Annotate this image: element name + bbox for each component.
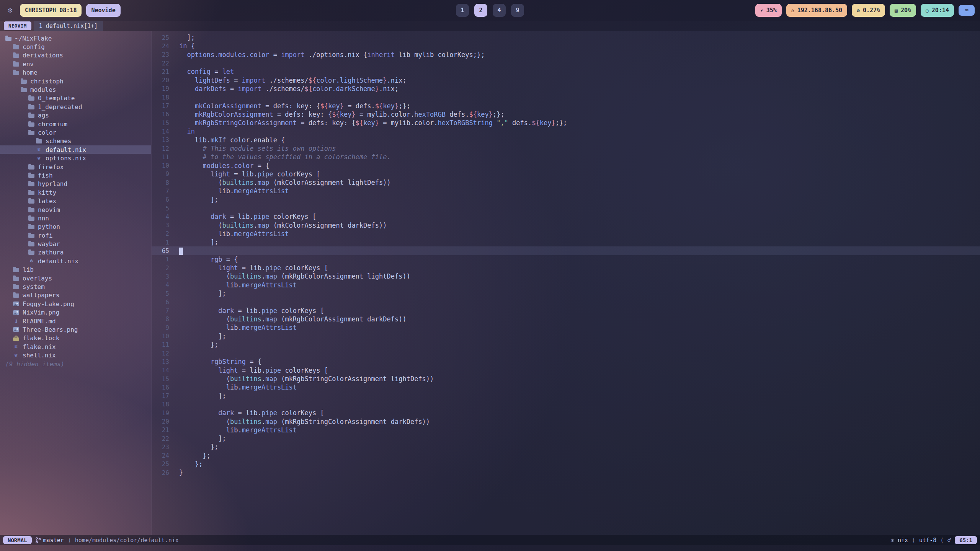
code-line[interactable]: 17 mkColorAssignment = defs: key: {${key… <box>152 101 980 110</box>
code-line[interactable]: 15 (builtins.map (mkRgbStringColorAssign… <box>152 375 980 383</box>
code-line[interactable]: 2 lib.mergeAttrsList <box>152 230 980 238</box>
code-line[interactable]: 12 # This module sets its own options <box>152 144 980 153</box>
tree-item-ags[interactable]: ags <box>0 111 151 120</box>
tree-item-lib[interactable]: lib <box>0 266 151 274</box>
code-line[interactable]: 10 modules.color = { <box>152 161 980 170</box>
tree-item-color[interactable]: color <box>0 128 151 137</box>
code-line[interactable]: 19 darkDefs = import ./schemes/${color.d… <box>152 85 980 93</box>
code-line[interactable]: 13 lib.mkIf color.enable { <box>152 136 980 144</box>
code-line[interactable]: 8 (builtins.map (mkColorAssignment light… <box>152 178 980 187</box>
tree-item-flake.nix[interactable]: ❄flake.nix <box>0 342 151 351</box>
code-line[interactable]: 6 ]; <box>152 196 980 204</box>
tree-item-wallpapers[interactable]: wallpapers <box>0 291 151 300</box>
tree-item-kitty[interactable]: kitty <box>0 188 151 197</box>
code-line[interactable]: 5 <box>152 204 980 212</box>
code-line[interactable]: 11 # to the values specified in a colors… <box>152 153 980 161</box>
tree-item-1_deprecated[interactable]: 1_deprecated <box>0 103 151 111</box>
workspace-button-2[interactable]: 2 <box>474 4 487 17</box>
code-line[interactable]: 10 ]; <box>152 332 980 340</box>
code-line[interactable]: 13 rgbString = { <box>152 357 980 366</box>
code-line[interactable]: 14 light = lib.pipe colorKeys [ <box>152 366 980 375</box>
editor-buffer[interactable]: 25 ];24in {23 options.modules.color = im… <box>152 31 980 535</box>
code-line[interactable]: 1 rgb = { <box>152 255 980 264</box>
tree-item-python[interactable]: python <box>0 223 151 231</box>
tree-item-env[interactable]: env <box>0 60 151 68</box>
tree-item-fish[interactable]: fish <box>0 171 151 179</box>
tree-item-firefox[interactable]: firefox <box>0 163 151 171</box>
tree-item-rofi[interactable]: rofi <box>0 231 151 240</box>
tree-item-0_template[interactable]: 0_template <box>0 94 151 103</box>
tree-item-home[interactable]: home <box>0 68 151 77</box>
tree-item-hyprland[interactable]: hyprland <box>0 180 151 188</box>
code-line[interactable]: 25 }; <box>152 460 980 468</box>
tree-item-~-NixFlake[interactable]: ~/NixFlake <box>0 34 151 42</box>
code-line[interactable]: 22 ]; <box>152 434 980 443</box>
code-line[interactable]: 9 lib.mergeAttrsList <box>152 323 980 332</box>
code-line[interactable]: 22 <box>152 59 980 67</box>
code-line[interactable]: 24 }; <box>152 452 980 460</box>
tab-1[interactable]: 1 default.nix[1+] <box>34 21 103 31</box>
workspace-button-9[interactable]: 9 <box>511 4 524 17</box>
code-line[interactable]: 3 (builtins.map (mkColorAssignment darkD… <box>152 221 980 230</box>
relative-line-number: 23 <box>152 443 169 451</box>
code-line[interactable]: 20 lightDefs = import ./schemes/${color.… <box>152 76 980 84</box>
tree-item-Three-Bears.png[interactable]: Three-Bears.png <box>0 325 151 334</box>
code-line[interactable]: 1 ]; <box>152 238 980 246</box>
code-line[interactable]: 5 ]; <box>152 289 980 298</box>
workspace-button-1[interactable]: 1 <box>456 4 469 17</box>
tree-item-system[interactable]: system <box>0 282 151 291</box>
tree-item-overlays[interactable]: overlays <box>0 274 151 282</box>
code-line[interactable]: 4 lib.mergeAttrsList <box>152 281 980 289</box>
code-line[interactable]: 14 in <box>152 127 980 135</box>
tree-item-waybar[interactable]: waybar <box>0 240 151 248</box>
tree-item-options.nix[interactable]: ❄options.nix <box>0 154 151 162</box>
tree-item-derivations[interactable]: derivations <box>0 51 151 60</box>
code-line[interactable]: 21 config = let <box>152 67 980 76</box>
tree-item-nnn[interactable]: nnn <box>0 214 151 222</box>
code-line[interactable]: 7 dark = lib.pipe colorKeys [ <box>152 306 980 315</box>
tree-item-latex[interactable]: latex <box>0 197 151 205</box>
code-line[interactable]: 4 dark = lib.pipe colorKeys [ <box>152 212 980 221</box>
tree-item-config[interactable]: config <box>0 42 151 51</box>
relative-line-number: 19 <box>152 409 169 417</box>
tree-item-zathura[interactable]: zathura <box>0 248 151 257</box>
tree-item-NixVim.png[interactable]: NixVim.png <box>0 308 151 317</box>
code-line[interactable]: 7 lib.mergeAttrsList <box>152 187 980 195</box>
tree-item-default.nix[interactable]: ❄default.nix <box>0 145 151 154</box>
tree-item-README.md[interactable]: ℹREADME.md <box>0 317 151 325</box>
code-line[interactable]: 20 (builtins.map (mkRgbStringColorAssign… <box>152 417 980 425</box>
tree-item-default.nix[interactable]: ❄default.nix <box>0 257 151 265</box>
code-line[interactable]: 21 lib.mergeAttrsList <box>152 426 980 434</box>
cursor-line[interactable]: 65 <box>152 246 980 255</box>
code-line[interactable]: 9 light = lib.pipe colorKeys [ <box>152 170 980 178</box>
relative-line-number: 7 <box>152 187 169 195</box>
code-line[interactable]: 18 <box>152 400 980 409</box>
tree-item-modules[interactable]: modules <box>0 85 151 94</box>
code-line[interactable]: 26} <box>152 468 980 477</box>
tree-item-schemes[interactable]: schemes <box>0 137 151 145</box>
code-line[interactable]: 23 }; <box>152 443 980 451</box>
code-line[interactable]: 19 dark = lib.pipe colorKeys [ <box>152 409 980 417</box>
tree-item-neovim[interactable]: neovim <box>0 205 151 214</box>
code-line[interactable]: 8 (builtins.map (mkRgbColorAssignment da… <box>152 315 980 323</box>
code-line[interactable]: 23 options.modules.color = import ./opti… <box>152 51 980 59</box>
code-line[interactable]: 17 ]; <box>152 391 980 400</box>
code-line[interactable]: 11 }; <box>152 341 980 349</box>
code-line[interactable]: 18 <box>152 93 980 101</box>
tree-item-Foggy-Lake.png[interactable]: Foggy-Lake.png <box>0 300 151 308</box>
code-line[interactable]: 24in { <box>152 42 980 50</box>
code-line[interactable]: 25 ]; <box>152 33 980 42</box>
tree-item-christoph[interactable]: christoph <box>0 77 151 85</box>
code-line[interactable]: 15 mkRgbStringColorAssignment = defs: ke… <box>152 119 980 127</box>
tree-item-flake.lock[interactable]: flake.lock <box>0 334 151 342</box>
code-line[interactable]: 2 light = lib.pipe colorKeys [ <box>152 264 980 272</box>
code-line[interactable]: 16 mkRgbColorAssignment = defs: key: {${… <box>152 110 980 119</box>
code-line[interactable]: 3 (builtins.map (mkRgbColorAssignment li… <box>152 272 980 280</box>
code-line[interactable]: 12 <box>152 349 980 357</box>
workspace-button-4[interactable]: 4 <box>493 4 506 17</box>
code-line[interactable]: 16 lib.mergeAttrsList <box>152 383 980 391</box>
code-line[interactable]: 6 <box>152 298 980 306</box>
tree-item-shell.nix[interactable]: ❄shell.nix <box>0 351 151 359</box>
tray-chip[interactable]: ⌨ <box>959 5 975 16</box>
tree-item-chromium[interactable]: chromium <box>0 120 151 128</box>
